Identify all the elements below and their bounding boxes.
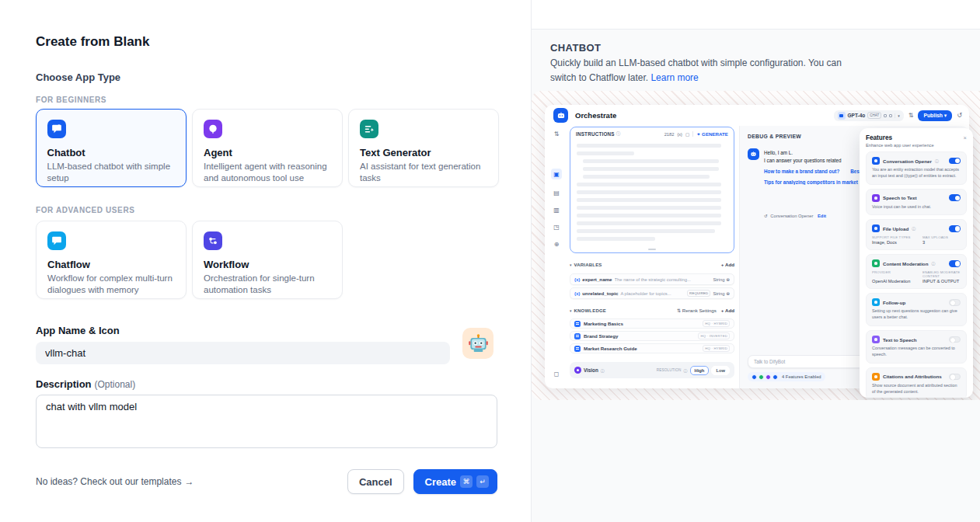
chatbot-icon [47,120,66,138]
feature-card-content-moderation: Content Moderation ⓘ PROVIDER ENABLED MO… [866,254,967,289]
app-name-input[interactable] [36,342,450,364]
features-subtitle: Enhance web app user experience [866,143,967,148]
info-icon: ⓘ [912,226,915,231]
templates-link[interactable]: No ideas? Check out our templates→ [36,476,194,487]
card-title: Chatflow [47,259,175,270]
model-mode-tag: CHAT [867,112,881,119]
orchestrate-icon: ⇅ [554,130,560,137]
knowledge-row: Marketing Basics HQ · HYBRID [570,318,734,329]
app-type-info-panel: CHATBOT Quickly build an LLM-based chatb… [531,0,980,522]
debug-preview-title: DEBUG & PREVIEW [748,134,801,139]
page-title: Create from Blank [36,34,149,50]
app-type-card-text-generator[interactable]: Text Generator AI assistant for text gen… [348,109,499,187]
instructions-panel: INSTRUCTIONS ⓘ 2182 {x} ▢ ✦ GENERATE [570,127,734,253]
card-desc: Intelligent agent with reasoning and aut… [204,161,331,184]
feature-dot-icon [752,374,757,380]
add-knowledge-button: + Add [721,308,734,313]
prompt-skeleton-text [570,139,734,249]
app-type-card-chatflow[interactable]: Chatflow Workflow for complex multi-turn… [36,221,187,299]
retrieval-tag: HQ · HYBRID [703,345,730,352]
variables-header: ▾ VARIABLES + Add [570,262,734,267]
resolution-high-option: High [690,366,710,375]
app-type-card-chatbot[interactable]: Chatbot LLM-based chatbot with simple se… [36,109,187,187]
variable-icon: {x} [574,277,580,282]
speech-to-text-icon [872,194,880,202]
features-enabled-count: 4 Features Enabled [782,374,821,379]
card-desc: Orchestration for single-turn automation… [204,273,331,296]
for-advanced-users-label: FOR ADVANCED USERS [36,206,134,214]
generate-button: ✦ GENERATE [692,131,728,137]
learn-more-link[interactable]: Learn more [650,72,698,83]
conversation-opener-icon [872,157,880,165]
preview-app-icon [553,108,568,123]
chatbot-preview-illustration: Orchestrate GPT-4o CHAT ▾ ⇅ Publish ▾ ↺ [532,91,980,400]
info-icon: ⓘ [684,368,688,373]
suggestion-link: Tips for analyzing competitors in market [764,179,858,185]
knowledge-row: Brand Strategy HQ · INVERTED [570,331,734,341]
modal-footer: No ideas? Check out our templates→ Cance… [36,469,497,494]
description-textarea[interactable]: chat with vllm model [36,395,497,448]
chatflow-icon [47,231,66,250]
chevron-down-icon: ▾ [895,113,900,118]
content-moderation-icon [872,259,880,267]
model-selector: GPT-4o CHAT ▾ [834,110,904,121]
agent-icon [204,120,222,138]
feature-toggle [949,299,961,306]
model-name: GPT-4o [848,113,866,118]
feature-card-text-to-speech: Text to Speech Conversation messages can… [866,330,967,364]
dataset-icon [574,333,581,339]
preview-topbar: Orchestrate GPT-4o CHAT ▾ ⇅ Publish ▾ ↺ [545,105,969,126]
prompt-tab-icon: ▣ [551,169,562,179]
rerank-settings-button: ⇅ Rerank Settings [677,308,717,313]
feature-card-conversation-opener: Conversation Opener ⓘ You are an entity … [866,151,967,185]
info-icon: ⓘ [601,368,605,373]
citations-icon [872,373,880,381]
features-title: Features [866,134,892,141]
card-title: Workflow [204,259,331,270]
feature-toggle [949,260,961,267]
preview-app-title: Orchestrate [575,111,616,120]
bot-avatar [748,148,759,160]
description-label: Description(Optional) [36,378,135,390]
copy-icon: ▢ [685,132,689,137]
top-strip [532,0,980,30]
feature-toggle [949,336,961,343]
chevron-down-icon: ▾ [570,263,572,267]
app-type-card-workflow[interactable]: Workflow Orchestration for single-turn a… [192,221,343,299]
card-title: Agent [204,147,331,158]
robot-icon [468,333,489,354]
feature-dot-icon [772,374,778,380]
info-icon: ⓘ [616,131,621,137]
variable-icon: {x} [574,291,580,296]
create-form-panel: Create from Blank Choose App Type FOR BE… [0,0,531,522]
dataset-icon [574,346,581,352]
text-generator-icon [360,120,378,138]
choose-app-type-label: Choose App Type [36,71,120,83]
features-panel: Features × Enhance web app user experien… [860,128,973,398]
info-heading: CHATBOT [550,42,601,54]
info-icon: ⓘ [931,261,935,266]
edit-link: Edit [818,214,826,218]
instructions-title: INSTRUCTIONS [576,131,615,137]
vision-capability-icon [889,114,892,117]
knowledge-row: Market Research Guide HQ · HYBRID [570,343,734,353]
feature-dot-icon [766,374,771,380]
app-icon-picker[interactable] [462,328,493,359]
advanced-cards: Chatflow Workflow for complex multi-turn… [36,221,499,299]
app-type-card-agent[interactable]: Agent Intelligent agent with reasoning a… [192,109,343,187]
opener-icon: ↺ [764,214,768,218]
for-beginners-label: FOR BEGINNERS [36,96,106,104]
cancel-button[interactable]: Cancel [347,469,404,494]
feature-toggle [949,225,961,232]
suggestion-link: How to make a brand stand out? [764,169,839,174]
card-title: Text Generator [360,147,487,158]
add-variable-button: + Add [721,262,734,267]
create-button[interactable]: Create ⌘ ↵ [413,469,497,494]
text-to-speech-icon [872,336,880,343]
beginner-cards: Chatbot LLM-based chatbot with simple se… [36,109,499,187]
resize-handle [648,249,656,250]
feature-toggle [949,374,961,381]
conversation-opener-row: ↺ Conversation Opener Edit [764,214,826,218]
close-icon: × [964,134,967,141]
feature-dot-icon [759,374,764,380]
